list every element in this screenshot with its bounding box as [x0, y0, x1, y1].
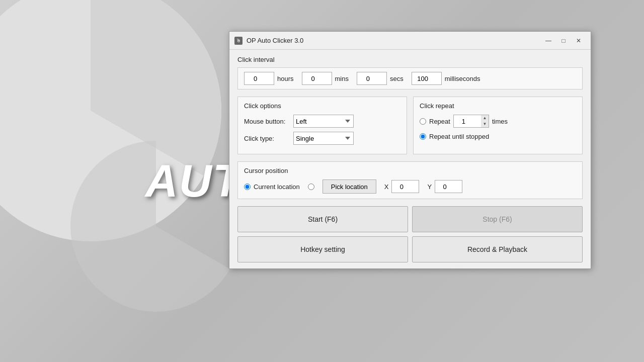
click-options-label: Click options	[244, 102, 400, 110]
spinner-arrows: ▲ ▼	[481, 115, 489, 128]
start-button[interactable]: Start (F6)	[237, 206, 408, 232]
click-options-section: Click options Mouse button: Left Right M…	[237, 97, 407, 154]
cursor-position-label: Cursor position	[244, 167, 576, 174]
repeat-times-row: Repeat ▲ ▼ times	[420, 115, 576, 128]
window-content: Click interval hours mins secs milliseco…	[229, 50, 591, 268]
hours-label: hours	[277, 75, 294, 82]
main-window: 🖱 OP Auto Clicker 3.0 — □ ✕ Click interv…	[229, 31, 591, 269]
click-repeat-label: Click repeat	[420, 102, 576, 110]
repeat-until-radio[interactable]	[420, 133, 426, 140]
pie-decoration-2	[70, 141, 242, 312]
title-bar-left: 🖱 OP Auto Clicker 3.0	[234, 37, 303, 45]
window-controls: — □ ✕	[541, 36, 586, 46]
mins-label: mins	[335, 75, 349, 82]
hours-input[interactable]	[244, 72, 274, 85]
maximize-button[interactable]: □	[556, 36, 571, 46]
spinner-down-arrow[interactable]: ▼	[481, 121, 489, 127]
cursor-position-section: Cursor position Current location Pick lo…	[237, 161, 583, 199]
ms-input[interactable]	[412, 72, 442, 85]
x-input[interactable]	[391, 180, 419, 193]
spinner-up-arrow[interactable]: ▲	[481, 115, 489, 121]
current-location-row: Current location	[244, 183, 300, 191]
title-bar: 🖱 OP Auto Clicker 3.0 — □ ✕	[229, 32, 591, 50]
y-group: Y	[427, 180, 462, 193]
current-location-label: Current location	[254, 183, 300, 191]
position-row: Current location Pick location X Y	[244, 179, 576, 194]
options-repeat-row: Click options Mouse button: Left Right M…	[237, 97, 583, 154]
fixed-location-radio[interactable]	[308, 184, 314, 190]
secs-input[interactable]	[357, 72, 387, 85]
record-playback-button[interactable]: Record & Playback	[412, 236, 583, 262]
repeat-radio-group: Repeat ▲ ▼ times Repeat until stopped	[420, 115, 576, 140]
minimize-button[interactable]: —	[541, 36, 555, 46]
click-type-label: Click type:	[244, 135, 289, 142]
app-icon: 🖱	[234, 37, 243, 45]
ms-label: milliseconds	[445, 75, 480, 82]
secs-label: secs	[390, 75, 404, 82]
window-title: OP Auto Clicker 3.0	[247, 37, 303, 44]
stop-button[interactable]: Stop (F6)	[412, 206, 583, 232]
click-interval-section: Click interval hours mins secs milliseco…	[237, 56, 583, 89]
click-repeat-section: Click repeat Repeat ▲ ▼ times	[413, 97, 583, 154]
fixed-location-row	[308, 184, 314, 190]
y-input[interactable]	[435, 180, 462, 193]
mouse-button-select[interactable]: Left Right Middle	[293, 115, 354, 128]
y-label: Y	[427, 183, 432, 191]
repeat-times-radio-label: Repeat	[429, 118, 450, 125]
x-group: X	[384, 180, 420, 193]
x-label: X	[384, 183, 389, 191]
mins-input[interactable]	[302, 72, 332, 85]
repeat-times-radio[interactable]	[420, 118, 426, 125]
repeat-until-row: Repeat until stopped	[420, 133, 576, 140]
repeat-until-label: Repeat until stopped	[429, 133, 489, 140]
repeat-count-input[interactable]	[453, 115, 481, 128]
click-type-select[interactable]: Single Double	[293, 132, 354, 145]
current-location-radio[interactable]	[244, 184, 251, 190]
repeat-spinner: ▲ ▼	[453, 115, 489, 128]
click-interval-label: Click interval	[237, 56, 583, 63]
mouse-button-label: Mouse button:	[244, 118, 289, 125]
times-label: times	[492, 118, 508, 125]
hotkey-button[interactable]: Hotkey setting	[237, 236, 408, 262]
action-buttons: Start (F6) Stop (F6) Hotkey setting Reco…	[237, 206, 583, 262]
close-button[interactable]: ✕	[572, 36, 586, 46]
click-type-row: Click type: Single Double	[244, 132, 400, 145]
pick-location-button[interactable]: Pick location	[323, 179, 376, 194]
mouse-button-row: Mouse button: Left Right Middle	[244, 115, 400, 128]
interval-row: hours mins secs milliseconds	[237, 67, 583, 89]
